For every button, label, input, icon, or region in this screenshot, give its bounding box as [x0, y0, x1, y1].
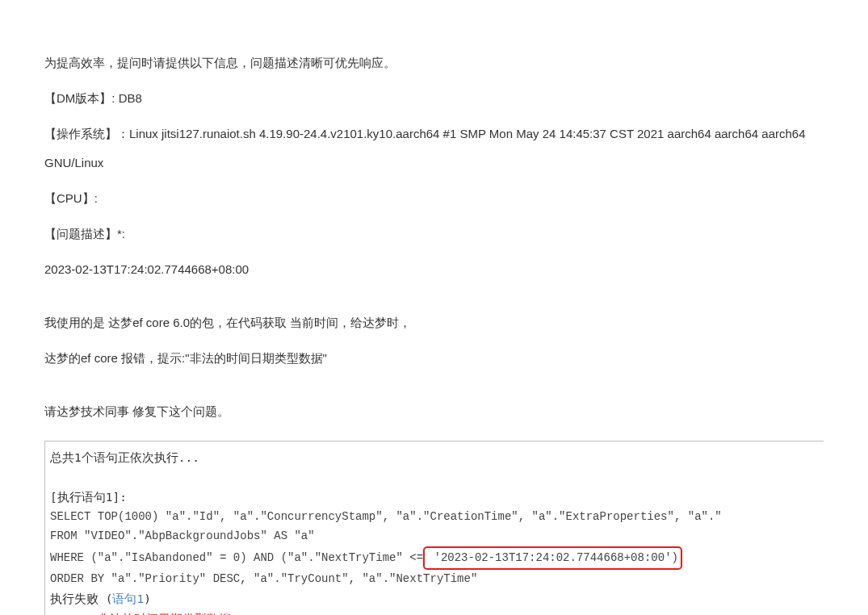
- fail-suffix: ): [144, 592, 151, 605]
- timestamp-line: 2023-02-13T17:24:02.7744668+08:00: [44, 255, 824, 284]
- error-line: -6118: 非法的时间日期类型数据: [50, 609, 820, 615]
- document-content: 为提高效率，提问时请提供以下信息，问题描述清晰可优先响应。 【DM版本】: DB…: [44, 48, 824, 615]
- problem-suffix: *:: [117, 227, 125, 241]
- statement-link[interactable]: 语句1: [112, 592, 144, 605]
- sql-from: FROM "VIDEO"."AbpBackgroundJobs" AS "a": [50, 527, 820, 546]
- highlighted-datetime: '2023-02-13T17:24:02.7744668+08:00'): [423, 546, 682, 571]
- desc-line-2: 达梦的ef core 报错，提示:"非法的时间日期类型数据": [44, 344, 824, 373]
- problem-label: 【问题描述】: [44, 227, 117, 241]
- desc-line-3: 请达梦技术同事 修复下这个问题。: [44, 397, 824, 426]
- sql-output-block: 总共1个语句正依次执行... [执行语句1]: SELECT TOP(1000)…: [44, 441, 824, 615]
- fail-line: 执行失败 (语句1): [50, 589, 820, 609]
- dm-version-line: 【DM版本】: DB8: [44, 84, 824, 113]
- os-line: 【操作系统】：Linux jitsi127.runaiot.sh 4.19.90…: [44, 119, 824, 178]
- dm-version-label: 【DM版本】: [44, 91, 111, 105]
- sql-where-before: WHERE ("a"."IsAbandoned" = 0) AND ("a"."…: [50, 551, 423, 564]
- cpu-value: :: [94, 191, 98, 205]
- blank-line: [50, 468, 820, 488]
- sql-where: WHERE ("a"."IsAbandoned" = 0) AND ("a"."…: [50, 546, 820, 571]
- sql-select: SELECT TOP(1000) "a"."Id", "a"."Concurre…: [50, 508, 820, 527]
- exec-label: [执行语句1]:: [50, 487, 820, 508]
- cpu-line: 【CPU】:: [44, 184, 824, 213]
- os-value: ：Linux jitsi127.runaiot.sh 4.19.90-24.4.…: [44, 127, 806, 169]
- os-label: 【操作系统】: [44, 127, 117, 140]
- sql-orderby: ORDER BY "a"."Priority" DESC, "a"."TryCo…: [50, 570, 820, 589]
- fail-prefix: 执行失败 (: [50, 592, 112, 605]
- desc-line-1: 我使用的是 达梦ef core 6.0的包，在代码获取 当前时间，给达梦时，: [44, 308, 824, 337]
- intro-text: 为提高效率，提问时请提供以下信息，问题描述清晰可优先响应。: [44, 48, 824, 77]
- cpu-label: 【CPU】: [44, 191, 94, 205]
- code-header: 总共1个语句正依次执行...: [50, 448, 820, 468]
- problem-label-line: 【问题描述】*:: [44, 220, 824, 249]
- dm-version-value: : DB8: [111, 91, 142, 105]
